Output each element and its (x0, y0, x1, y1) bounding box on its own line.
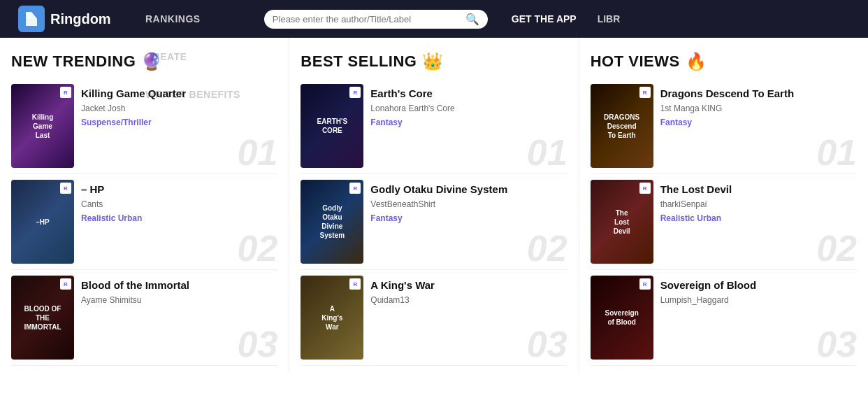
book-item[interactable]: Godly Otaku Divine SystemRGodly Otaku Di… (301, 180, 567, 270)
book-cover: Killing Game LastR (11, 84, 74, 168)
book-cover: BLOOD OF THE IMMORTALR (11, 276, 74, 360)
get-app-button[interactable]: GET THE APP (499, 13, 589, 24)
book-info: The Lost DeviltharkiSenpaiRealistic Urba… (653, 180, 857, 226)
book-item[interactable]: A King's WarRA King's WarQuidam1303 (301, 276, 567, 366)
book-rank: 03 (237, 326, 277, 362)
logo-text: Ringdom (50, 11, 111, 27)
book-title: Sovereign of Blood (660, 278, 850, 292)
book-rank: 01 (237, 134, 277, 171)
book-genre: Realistic Urban (81, 213, 270, 223)
book-info: A King's WarQuidam13 (363, 276, 567, 312)
section-title-icon: 🔮 (141, 52, 163, 71)
book-title: Killing Game Quarter (81, 87, 270, 101)
book-author: Lumpish_Haggard (660, 295, 850, 305)
book-info: Blood of the ImmortalAyame Shimitsu (74, 276, 277, 312)
book-cover: Godly Otaku Divine SystemR (301, 180, 363, 264)
section-best-selling: BEST SELLING👑EARTH'S COREREarth's CoreLo… (289, 38, 579, 371)
book-rank: 01 (527, 134, 567, 171)
book-title: A King's War (370, 278, 560, 292)
book-cover: –HPR (11, 180, 74, 264)
section-title: HOT VIEWS (591, 52, 680, 71)
book-cover: Sovereign of BloodR (591, 276, 653, 360)
book-title: Dragons Descend To Earth (660, 87, 850, 101)
book-genre: Suspense/Thriller (81, 118, 270, 127)
book-title: – HP (81, 183, 270, 197)
search-input[interactable] (273, 14, 460, 24)
section-title-icon: 👑 (422, 52, 444, 71)
book-title: The Lost Devil (660, 183, 850, 197)
book-rank: 02 (527, 230, 567, 266)
section-header-hot-views: HOT VIEWS🔥 (591, 52, 857, 71)
book-rank: 03 (816, 326, 857, 362)
section-title-icon: 🔥 (686, 52, 707, 71)
book-title: Blood of the Immortal (81, 278, 270, 292)
book-info: Godly Otaku Divine SystemVestBeneathShir… (363, 180, 567, 226)
book-item[interactable]: The Lost DevilRThe Lost DeviltharkiSenpa… (591, 180, 857, 270)
book-item[interactable]: DRAGONS Descend To EarthRDragons Descend… (591, 84, 857, 174)
nav-item-rankings[interactable]: RANKINGS (133, 0, 253, 38)
book-author: Jacket Josh (81, 104, 270, 113)
search-bar[interactable]: 🔍 (264, 10, 488, 29)
book-item[interactable]: Killing Game LastRKilling Game QuarterJa… (11, 84, 277, 174)
book-info: Earth's CoreLonahora Earth's CoreFantasy (363, 84, 567, 130)
book-info: Killing Game QuarterJacket JoshSuspense/… (74, 84, 277, 130)
book-item[interactable]: –HPR– HPCantsRealistic Urban02 (11, 180, 277, 270)
section-header-best-selling: BEST SELLING👑 (301, 52, 567, 71)
section-title: BEST SELLING (301, 52, 417, 71)
book-info: – HPCantsRealistic Urban (74, 180, 277, 226)
book-info: Dragons Descend To Earth1st Manga KINGFa… (653, 84, 857, 130)
navbar: Ringdom HOMEBROWSERANKINGSCREATEWRITER B… (0, 0, 868, 38)
library-button[interactable]: LIBR (589, 13, 629, 24)
book-title: Earth's Core (370, 87, 560, 101)
book-cover: The Lost DevilR (591, 180, 653, 264)
book-author: Lonahora Earth's Core (370, 104, 560, 113)
book-title: Godly Otaku Divine System (370, 183, 560, 197)
book-author: 1st Manga KING (660, 104, 850, 113)
book-cover: EARTH'S CORER (301, 84, 363, 168)
book-author: Quidam13 (370, 295, 560, 305)
section-new-trending: NEW TRENDING🔮Killing Game LastRKilling G… (0, 38, 289, 371)
main-content: NEW TRENDING🔮Killing Game LastRKilling G… (0, 38, 868, 371)
book-item[interactable]: EARTH'S COREREarth's CoreLonahora Earth'… (301, 84, 567, 174)
book-rank: 03 (527, 326, 567, 362)
book-rank: 02 (816, 230, 857, 266)
book-author: tharkiSenpai (660, 199, 850, 209)
section-title: NEW TRENDING (11, 52, 136, 71)
nav-logo[interactable]: Ringdom (7, 6, 133, 32)
book-author: Cants (81, 199, 270, 209)
book-item[interactable]: BLOOD OF THE IMMORTALRBlood of the Immor… (11, 276, 277, 366)
section-header-new-trending: NEW TRENDING🔮 (11, 52, 277, 71)
book-cover: DRAGONS Descend To EarthR (591, 84, 653, 168)
book-genre: Fantasy (660, 118, 850, 127)
book-genre: Fantasy (370, 213, 560, 223)
book-author: Ayame Shimitsu (81, 295, 270, 305)
book-cover: A King's WarR (301, 276, 363, 360)
book-genre: Realistic Urban (660, 213, 850, 223)
section-hot-views: HOT VIEWS🔥DRAGONS Descend To EarthRDrago… (579, 38, 868, 371)
book-rank: 02 (237, 230, 277, 266)
logo-icon (18, 6, 45, 32)
book-author: VestBeneathShirt (370, 199, 560, 209)
search-icon: 🔍 (465, 13, 479, 26)
book-info: Sovereign of BloodLumpish_Haggard (653, 276, 857, 312)
book-genre: Fantasy (370, 118, 560, 127)
book-item[interactable]: Sovereign of BloodRSovereign of BloodLum… (591, 276, 857, 366)
book-rank: 01 (816, 134, 857, 171)
